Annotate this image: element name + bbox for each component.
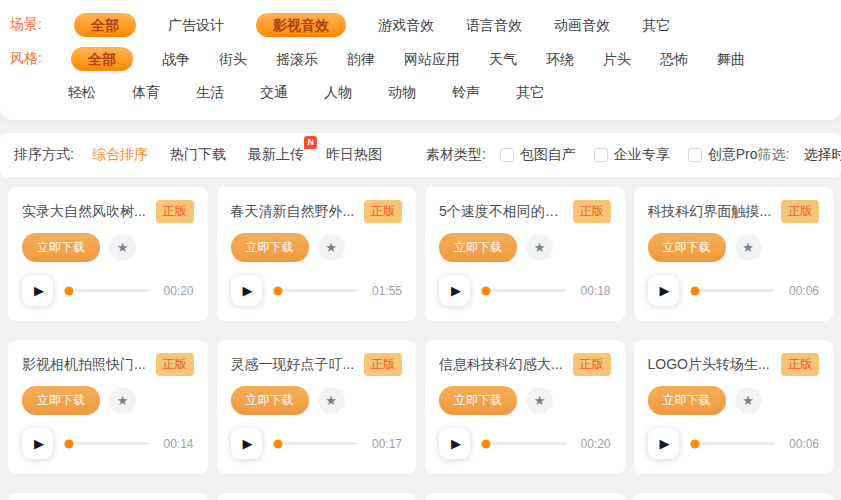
style-filter-item[interactable]: 摇滚乐 xyxy=(276,48,318,70)
download-button[interactable]: 立即下载 xyxy=(648,233,726,262)
progress-handle[interactable] xyxy=(273,439,282,448)
progress-handle[interactable] xyxy=(273,286,282,295)
style-filter-item[interactable]: 网站应用 xyxy=(404,48,460,70)
sort-option[interactable]: 热门下载 xyxy=(170,146,226,164)
audio-card: 5个速度不相同的字... 正版 立即下载 ★ ▶ 00:18 xyxy=(425,187,625,321)
style-filter-item[interactable]: 街头 xyxy=(219,48,247,70)
sort-option[interactable]: 综合排序 xyxy=(92,146,148,164)
favorite-button[interactable]: ★ xyxy=(526,234,553,261)
style-filter-item[interactable]: 体育 xyxy=(132,81,160,103)
progress-handle[interactable] xyxy=(65,286,74,295)
progress-bar[interactable] xyxy=(273,442,358,445)
audio-title[interactable]: 灵感一现好点子叮... xyxy=(231,356,357,374)
checkbox-icon[interactable] xyxy=(500,148,514,162)
audio-title[interactable]: 影视相机拍照快门... xyxy=(22,356,148,374)
card-actions: 立即下载 ★ xyxy=(648,386,820,415)
card-actions: 立即下载 ★ xyxy=(648,233,820,262)
progress-bar[interactable] xyxy=(481,289,566,292)
play-button[interactable]: ▶ xyxy=(22,428,53,459)
duration-label: 00:17 xyxy=(368,437,402,451)
progress-bar[interactable] xyxy=(481,442,566,445)
star-icon: ★ xyxy=(325,240,337,255)
checkbox-icon[interactable] xyxy=(594,148,608,162)
card-header: 灵感一现好点子叮... 正版 xyxy=(231,353,403,376)
material-type-option[interactable]: 包图自产 xyxy=(500,146,576,164)
progress-bar[interactable] xyxy=(64,289,149,292)
download-button[interactable]: 立即下载 xyxy=(648,386,726,415)
card-header: 信息科技科幻感大... 正版 xyxy=(439,353,611,376)
progress-bar[interactable] xyxy=(690,442,775,445)
sort-right-controls: 筛选: 选择时长 ∨ xyxy=(758,146,841,164)
progress-handle[interactable] xyxy=(690,286,699,295)
scene-filter-item[interactable]: 广告设计 xyxy=(168,14,224,36)
license-badge: 正版 xyxy=(156,200,194,223)
style-filter-item[interactable]: 环绕 xyxy=(546,48,574,70)
sort-option[interactable]: 最新上传N xyxy=(248,146,304,164)
material-type-option[interactable]: 企业专享 xyxy=(594,146,670,164)
scene-filter-item[interactable]: 其它 xyxy=(642,14,670,36)
favorite-button[interactable]: ★ xyxy=(109,234,136,261)
play-button[interactable]: ▶ xyxy=(439,428,470,459)
favorite-button[interactable]: ★ xyxy=(735,234,762,261)
download-button[interactable]: 立即下载 xyxy=(22,233,100,262)
favorite-button[interactable]: ★ xyxy=(526,387,553,414)
favorite-button[interactable]: ★ xyxy=(735,387,762,414)
style-filter-item[interactable]: 生活 xyxy=(196,81,224,103)
scene-filter-item[interactable]: 影视音效 xyxy=(256,13,346,37)
scene-filter-item[interactable]: 语言音效 xyxy=(466,14,522,36)
audio-title[interactable]: 实录大自然风吹树... xyxy=(22,203,148,221)
style-filter-item[interactable]: 轻松 xyxy=(68,81,96,103)
audio-player: ▶ 00:06 xyxy=(648,428,820,459)
style-filter-item[interactable]: 恐怖 xyxy=(660,48,688,70)
progress-bar[interactable] xyxy=(690,289,775,292)
audio-title[interactable]: 信息科技科幻感大... xyxy=(439,356,565,374)
style-filter-item[interactable]: 片头 xyxy=(603,48,631,70)
card-header: 5个速度不相同的字... 正版 xyxy=(439,200,611,223)
download-button[interactable]: 立即下载 xyxy=(231,233,309,262)
progress-handle[interactable] xyxy=(65,439,74,448)
style-filter-item[interactable]: 铃声 xyxy=(452,81,480,103)
favorite-button[interactable]: ★ xyxy=(109,387,136,414)
style-filter-item[interactable]: 动物 xyxy=(388,81,416,103)
style-filter-item[interactable]: 天气 xyxy=(489,48,517,70)
progress-handle[interactable] xyxy=(482,286,491,295)
scene-filter-item[interactable]: 动画音效 xyxy=(554,14,610,36)
play-button[interactable]: ▶ xyxy=(231,275,262,306)
play-button[interactable]: ▶ xyxy=(231,428,262,459)
license-badge: 正版 xyxy=(156,353,194,376)
card-actions: 立即下载 ★ xyxy=(22,386,194,415)
play-button[interactable]: ▶ xyxy=(648,275,679,306)
play-button[interactable]: ▶ xyxy=(22,275,53,306)
card-header: 春天清新自然野外... 正版 xyxy=(231,200,403,223)
audio-title[interactable]: 春天清新自然野外... xyxy=(231,203,357,221)
download-button[interactable]: 立即下载 xyxy=(439,233,517,262)
scene-filter-item[interactable]: 全部 xyxy=(74,13,136,37)
style-filter-item[interactable]: 交通 xyxy=(260,81,288,103)
progress-handle[interactable] xyxy=(690,439,699,448)
material-type-option[interactable]: 创意Pro xyxy=(688,146,758,164)
favorite-button[interactable]: ★ xyxy=(318,387,345,414)
style-filter-item[interactable]: 全部 xyxy=(71,47,133,71)
progress-bar[interactable] xyxy=(273,289,358,292)
progress-bar[interactable] xyxy=(64,442,149,445)
style-filter-item[interactable]: 战争 xyxy=(162,48,190,70)
audio-title[interactable]: LOGO片头转场生... xyxy=(648,356,774,374)
star-icon: ★ xyxy=(117,393,129,408)
style-filter-item[interactable]: 韵律 xyxy=(347,48,375,70)
sort-option[interactable]: 昨日热图 xyxy=(326,146,382,164)
checkbox-icon[interactable] xyxy=(688,148,702,162)
duration-select[interactable]: 选择时长 ∨ xyxy=(803,146,841,164)
audio-title[interactable]: 5个速度不相同的字... xyxy=(439,203,565,221)
play-button[interactable]: ▶ xyxy=(648,428,679,459)
style-filter-item[interactable]: 其它 xyxy=(516,81,544,103)
style-filter-item[interactable]: 舞曲 xyxy=(717,48,745,70)
download-button[interactable]: 立即下载 xyxy=(22,386,100,415)
audio-title[interactable]: 科技科幻界面触摸... xyxy=(648,203,774,221)
play-button[interactable]: ▶ xyxy=(439,275,470,306)
favorite-button[interactable]: ★ xyxy=(318,234,345,261)
download-button[interactable]: 立即下载 xyxy=(231,386,309,415)
progress-handle[interactable] xyxy=(482,439,491,448)
download-button[interactable]: 立即下载 xyxy=(439,386,517,415)
scene-filter-item[interactable]: 游戏音效 xyxy=(378,14,434,36)
style-filter-item[interactable]: 人物 xyxy=(324,81,352,103)
